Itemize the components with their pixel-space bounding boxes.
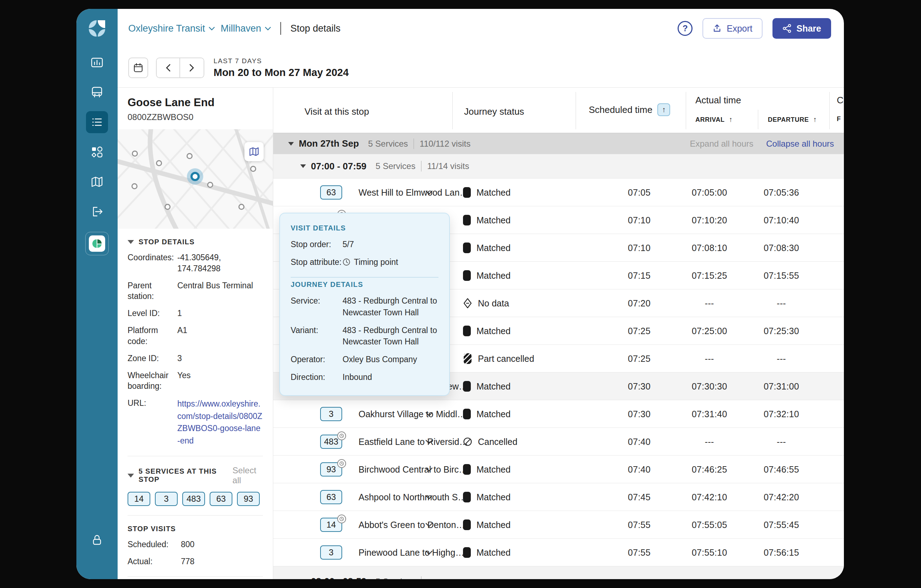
chevron-down-icon[interactable] — [425, 411, 433, 418]
cancelled-icon — [463, 436, 472, 447]
sort-departure-button[interactable]: ↑ — [813, 115, 817, 123]
part-cancelled-icon — [463, 353, 472, 364]
chevron-down-icon[interactable] — [425, 550, 433, 556]
collapse-triangle-icon — [128, 240, 134, 244]
stop-details-header[interactable]: STOP DETAILS — [128, 238, 263, 246]
expand-all-hours-link[interactable]: Expand all hours — [690, 139, 753, 149]
expand-map-button[interactable] — [244, 142, 264, 161]
map-stop-marker[interactable] — [187, 153, 193, 159]
service-badge: 63 — [320, 490, 342, 504]
journey-status: Matched — [463, 269, 511, 282]
column-journey-status: Journey status — [464, 106, 524, 117]
breadcrumb-region-label: Millhaven — [221, 23, 261, 34]
column-divider — [576, 92, 576, 129]
chevron-down-icon[interactable] — [425, 467, 433, 473]
matched-icon — [463, 381, 471, 391]
sidebar-item-stop-details[interactable] — [86, 111, 108, 133]
service-chip[interactable]: 14 — [128, 492, 150, 506]
sidebar-item-map[interactable] — [86, 171, 108, 193]
detail-row: Coordinates: -41.305649, 174.784298 — [128, 252, 263, 274]
partner-app-badge[interactable] — [85, 232, 109, 255]
sidebar-item-dashboard[interactable] — [86, 52, 108, 73]
map-stop-marker[interactable] — [238, 204, 244, 210]
detail-label: Platform code: — [128, 325, 177, 347]
prev-period-button[interactable] — [157, 58, 180, 77]
share-icon — [783, 24, 792, 33]
stop-url-link[interactable]: https://www.oxleyshire.com/stop-details/… — [177, 399, 262, 445]
chevron-down-icon — [265, 27, 271, 31]
departure-time-value: 07:56:15 — [740, 547, 822, 558]
chevron-down-icon[interactable] — [425, 522, 433, 529]
table-row[interactable]: 3 Oakhurst Village to Middl… — [273, 400, 844, 427]
service-badge: 63 — [320, 185, 342, 200]
column-clipped: C — [837, 95, 843, 106]
collapse-all-hours-link[interactable]: Collapse all hours — [766, 139, 834, 149]
service-chip[interactable]: 3 — [155, 492, 178, 506]
chevron-down-icon[interactable] — [425, 190, 433, 197]
sidebar-item-widgets[interactable] — [86, 141, 108, 163]
map-stop-marker[interactable] — [164, 204, 171, 210]
sidebar-item-logout[interactable] — [86, 201, 108, 223]
export-button[interactable]: Export — [703, 18, 762, 39]
arrival-time-value: 07:31:40 — [668, 409, 751, 419]
detail-label: Zone ID: — [128, 353, 177, 364]
tooltip-row: Direction: Inbound — [291, 371, 438, 383]
share-label: Share — [797, 23, 821, 34]
column-clipped-sub: F — [837, 115, 841, 123]
top-bar: Oxleyshire Transit Millhaven Stop detail… — [118, 9, 844, 48]
service-chip[interactable]: 63 — [210, 492, 233, 506]
departure-time-value: --- — [740, 354, 822, 364]
sidebar-item-vehicles[interactable] — [86, 81, 108, 103]
table-row[interactable]: 63 Ashpool to Northmouth S… — [273, 483, 844, 511]
selected-stop-marker[interactable] — [190, 172, 200, 181]
map-stop-marker[interactable] — [156, 160, 162, 166]
departure-time-value: 07:08:30 — [740, 243, 822, 253]
matched-icon — [463, 464, 471, 475]
table-row[interactable]: 93 Birchwood Central to Birc… — [273, 455, 844, 483]
breadcrumb-app[interactable]: Oxleyshire Transit — [128, 23, 215, 34]
departure-time-value: 07:05:36 — [740, 187, 822, 198]
service-chip[interactable]: 483 — [182, 492, 205, 506]
arrival-time-value: 07:55:05 — [668, 520, 751, 530]
select-all-link[interactable]: Select all — [233, 466, 263, 486]
journey-status: Matched — [463, 324, 511, 338]
tooltip-row: Stop order: 5/7 — [291, 239, 438, 250]
chevron-down-icon[interactable] — [425, 495, 433, 501]
bus-icon — [91, 86, 103, 99]
column-departure: DEPARTURE ↑ — [768, 115, 817, 123]
calendar-button[interactable] — [128, 57, 148, 78]
service-chip[interactable]: 93 — [237, 492, 260, 506]
table-row[interactable]: 63 West Hill to Elmwood Lan… — [273, 178, 844, 206]
sort-scheduled-button[interactable]: ↑ — [657, 103, 670, 116]
map-stop-marker[interactable] — [207, 182, 213, 188]
column-divider — [758, 110, 758, 129]
route-name: Ashpool to Northmouth S… — [358, 492, 467, 502]
journey-details-title: JOURNEY DETAILS — [291, 281, 438, 289]
table-row[interactable]: 14 Abbot's Green to Denton… — [273, 511, 844, 538]
service-badge: 93 — [320, 462, 342, 476]
stop-map[interactable] — [118, 129, 273, 229]
lock-icon — [91, 534, 103, 546]
table-row[interactable]: 483 Eastfield Lane to Riversid… — [273, 427, 844, 455]
matched-icon — [463, 326, 471, 336]
help-button[interactable]: ? — [678, 21, 693, 36]
share-button[interactable]: Share — [773, 18, 831, 39]
visits-row: Scheduled: 800 — [128, 539, 263, 550]
map-stop-marker[interactable] — [132, 183, 138, 189]
breadcrumb-region[interactable]: Millhaven — [221, 23, 271, 34]
chevron-down-icon[interactable] — [425, 439, 433, 446]
next-hour-group-row-clipped[interactable]: 08:00 - 08:59 5 Services — [273, 566, 844, 579]
sidebar-item-lock[interactable] — [91, 534, 103, 548]
next-period-button[interactable] — [180, 58, 203, 77]
services-header[interactable]: 5 SERVICES AT THIS STOP Select all — [128, 466, 263, 486]
table-row[interactable]: 3 Pinewood Lane to Highg… — [273, 538, 844, 566]
map-stop-marker[interactable] — [132, 151, 138, 157]
arrival-time-value: --- — [668, 354, 751, 364]
hour-group-row[interactable]: 07:00 - 07:59 5 Services 11/14 visits — [273, 154, 844, 178]
calendar-icon — [133, 62, 143, 73]
map-stop-marker[interactable] — [250, 166, 256, 172]
sidebar-nav — [85, 52, 109, 255]
date-group-row[interactable]: Mon 27th Sep 5 Services 110/112 visits E… — [273, 133, 844, 154]
hour-group-visits: 11/14 visits — [427, 161, 469, 171]
sort-arrival-button[interactable]: ↑ — [729, 115, 733, 123]
